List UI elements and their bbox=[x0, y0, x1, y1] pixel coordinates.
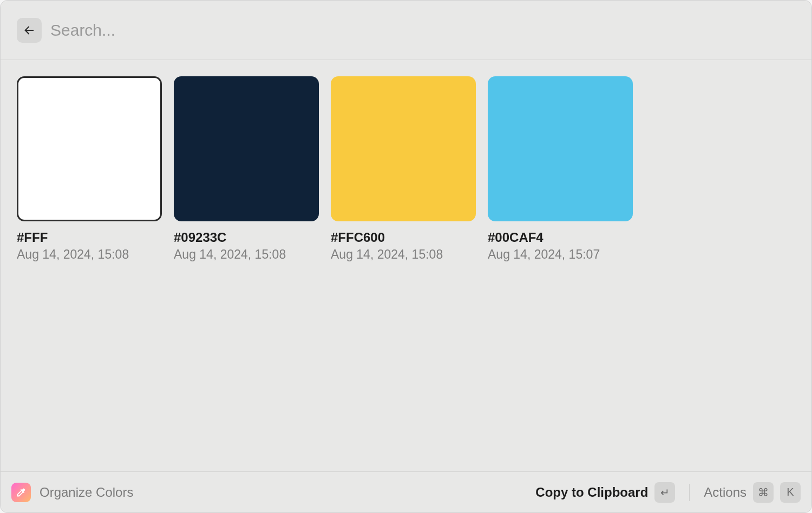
app-title: Organize Colors bbox=[40, 485, 133, 500]
color-swatch-item[interactable]: #FFC600Aug 14, 2024, 15:08 bbox=[331, 76, 476, 262]
color-swatch-item[interactable]: #00CAF4Aug 14, 2024, 15:07 bbox=[488, 76, 633, 262]
color-timestamp: Aug 14, 2024, 15:08 bbox=[17, 247, 162, 262]
cmd-key-icon: ⌘ bbox=[753, 482, 774, 503]
color-hex-label: #00CAF4 bbox=[488, 230, 633, 245]
color-hex-label: #FFF bbox=[17, 230, 162, 245]
footer-bar: Organize Colors Copy to Clipboard ↵ Acti… bbox=[1, 471, 811, 512]
color-swatch-item[interactable]: #09233CAug 14, 2024, 15:08 bbox=[174, 76, 319, 262]
color-timestamp: Aug 14, 2024, 15:08 bbox=[331, 247, 476, 262]
k-key-icon: K bbox=[780, 482, 801, 503]
enter-key-icon: ↵ bbox=[654, 482, 675, 503]
color-hex-label: #FFC600 bbox=[331, 230, 476, 245]
color-swatch bbox=[174, 76, 319, 221]
color-swatch bbox=[17, 76, 162, 221]
back-button[interactable] bbox=[17, 18, 42, 43]
color-timestamp: Aug 14, 2024, 15:08 bbox=[174, 247, 319, 262]
footer-divider bbox=[689, 484, 690, 501]
header-bar bbox=[1, 1, 811, 60]
color-hex-label: #09233C bbox=[174, 230, 319, 245]
copy-action[interactable]: Copy to Clipboard ↵ bbox=[535, 482, 675, 503]
actions-label: Actions bbox=[704, 485, 746, 500]
color-grid: #FFFAug 14, 2024, 15:08#09233CAug 14, 20… bbox=[17, 76, 795, 262]
color-swatch-item[interactable]: #FFFAug 14, 2024, 15:08 bbox=[17, 76, 162, 262]
arrow-left-icon bbox=[23, 24, 35, 36]
color-swatch bbox=[488, 76, 633, 221]
color-swatch bbox=[331, 76, 476, 221]
eyedropper-icon bbox=[16, 487, 27, 498]
copy-label: Copy to Clipboard bbox=[535, 485, 648, 500]
app-icon bbox=[11, 483, 31, 502]
app-window: #FFFAug 14, 2024, 15:08#09233CAug 14, 20… bbox=[0, 0, 812, 513]
actions-menu-trigger[interactable]: Actions ⌘ K bbox=[704, 482, 801, 503]
color-timestamp: Aug 14, 2024, 15:07 bbox=[488, 247, 633, 262]
search-input[interactable] bbox=[50, 21, 795, 40]
content-area: #FFFAug 14, 2024, 15:08#09233CAug 14, 20… bbox=[1, 60, 811, 471]
